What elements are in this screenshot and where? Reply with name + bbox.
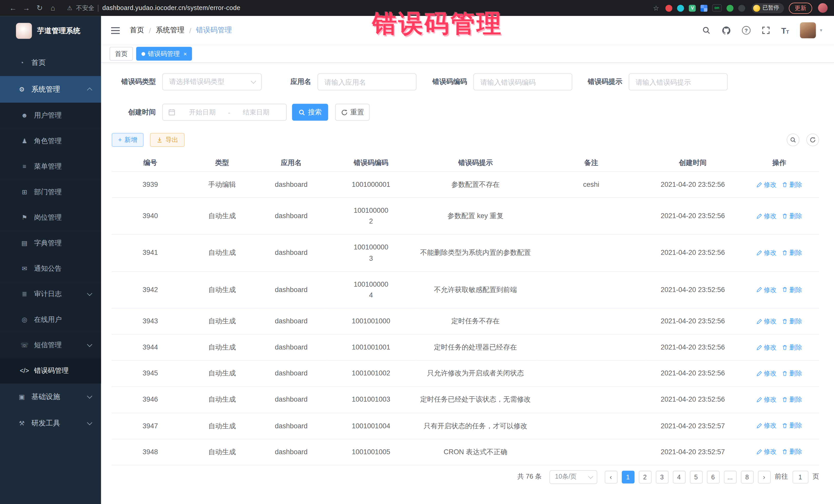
sidebar-item[interactable]: ▣ 基础设施 — [0, 384, 101, 410]
edit-link[interactable]: 修改 — [756, 285, 776, 295]
browser-forward-icon[interactable]: → — [20, 4, 33, 12]
edit-link[interactable]: 修改 — [756, 369, 776, 378]
app-logo[interactable]: 芋道管理系统 — [0, 16, 101, 45]
sidebar-item[interactable]: ⚑ 岗位管理 — [0, 205, 101, 230]
extension-icon-grid[interactable] — [701, 5, 707, 12]
browser-update-button[interactable]: 更新 — [789, 2, 812, 14]
table-column-header[interactable]: 编号 — [112, 154, 189, 172]
breadcrumb-item[interactable]: 首页 / — [130, 25, 156, 35]
sidebar-item[interactable]: ▤ 字典管理 — [0, 230, 101, 256]
delete-link[interactable]: 删除 — [782, 285, 802, 295]
edit-link[interactable]: 修改 — [756, 248, 776, 258]
tab[interactable]: 错误码管理 × — [136, 47, 193, 61]
delete-link[interactable]: 删除 — [782, 248, 802, 258]
table-column-header[interactable]: 操作 — [739, 154, 819, 172]
extension-icon-green[interactable] — [726, 5, 733, 12]
breadcrumb-item[interactable]: 错误码管理 / — [196, 25, 232, 35]
profile-paused-chip[interactable]: 已暂停 — [751, 3, 784, 13]
refresh-table-button[interactable] — [806, 133, 819, 146]
cell-type: 手动编辑 — [189, 172, 255, 198]
edit-link[interactable]: 修改 — [756, 447, 776, 457]
edit-link[interactable]: 修改 — [756, 180, 776, 190]
delete-link[interactable]: 删除 — [782, 180, 802, 190]
browser-avatar[interactable] — [818, 3, 828, 13]
extension-on-badge[interactable]: on — [712, 4, 722, 12]
github-icon[interactable] — [722, 26, 730, 35]
sidebar-item[interactable]: </> 错误码管理 — [0, 358, 101, 384]
table-column-header[interactable]: 错误码编码 — [327, 154, 415, 172]
reset-button[interactable]: 重置 — [335, 104, 370, 120]
font-size-icon[interactable]: TT — [781, 26, 789, 35]
page-size-select[interactable]: 10条/页 — [549, 470, 597, 484]
edit-link[interactable]: 修改 — [756, 343, 776, 353]
page-number-button[interactable]: 5 — [689, 470, 702, 483]
sidebar-item[interactable]: ✉ 通知公告 — [0, 256, 101, 281]
page-number-button[interactable]: 6 — [707, 470, 720, 483]
fullscreen-icon[interactable] — [762, 26, 770, 35]
delete-link[interactable]: 删除 — [782, 211, 802, 221]
delete-link[interactable]: 删除 — [782, 447, 802, 457]
sidebar-item[interactable]: ≡ 菜单管理 — [0, 154, 101, 179]
help-icon[interactable]: ? — [742, 26, 750, 35]
delete-link[interactable]: 删除 — [782, 343, 802, 353]
sidebar-item[interactable]: ☻ 用户管理 — [0, 103, 101, 128]
refresh-icon — [341, 109, 348, 116]
goto-page-input[interactable] — [792, 470, 808, 483]
sidebar-item[interactable]: ☏ 短信管理 — [0, 332, 101, 358]
table-column-header[interactable]: 备注 — [536, 154, 646, 172]
page-number-button[interactable]: 1 — [621, 470, 634, 483]
user-avatar[interactable] — [800, 22, 816, 38]
edit-link[interactable]: 修改 — [756, 395, 776, 405]
error-hint-input[interactable] — [629, 73, 728, 90]
breadcrumb-item[interactable]: 系统管理 / — [156, 25, 196, 35]
browser-reload-icon[interactable]: ↻ — [33, 4, 46, 12]
sidebar-item[interactable]: ⚒ 研发工具 — [0, 410, 101, 437]
sidebar-item[interactable]: ♟ 角色管理 — [0, 128, 101, 154]
sidebar-toggle-icon[interactable] — [111, 26, 120, 35]
table-column-header[interactable]: 类型 — [189, 154, 255, 172]
browser-home-icon[interactable]: ⌂ — [46, 4, 60, 12]
app-name-input[interactable] — [317, 73, 416, 90]
search-button[interactable]: 搜索 — [292, 104, 328, 120]
delete-link[interactable]: 删除 — [782, 316, 802, 326]
show-search-toggle-button[interactable] — [787, 133, 799, 146]
table-column-header[interactable]: 创建时间 — [646, 154, 739, 172]
page-number-button[interactable]: ... — [724, 470, 737, 483]
tab-close-icon[interactable]: × — [183, 50, 187, 57]
delete-link[interactable]: 删除 — [782, 395, 802, 405]
extension-icon-vue[interactable]: V — [689, 5, 696, 12]
date-range-picker[interactable]: 开始日期 - 结束日期 — [162, 104, 287, 120]
search-icon[interactable] — [702, 26, 710, 35]
extension-icon-red[interactable] — [666, 5, 673, 12]
edit-link[interactable]: 修改 — [756, 316, 776, 326]
avatar-caret-icon[interactable]: ▾ — [820, 28, 822, 33]
table-column-header[interactable]: 错误码提示 — [415, 154, 536, 172]
tab[interactable]: 首页 × — [110, 47, 133, 61]
sidebar-item[interactable]: ⚙ 系统管理 — [0, 76, 101, 103]
extension-icon-teal[interactable] — [677, 5, 684, 12]
edit-link[interactable]: 修改 — [756, 211, 776, 221]
cell-id: 3941 — [112, 235, 189, 272]
edit-link[interactable]: 修改 — [756, 421, 776, 431]
export-button[interactable]: 导出 — [150, 133, 185, 147]
delete-link[interactable]: 删除 — [782, 421, 802, 431]
bookmark-star-icon[interactable]: ☆ — [653, 4, 659, 12]
page-number-button[interactable]: 8 — [741, 470, 753, 483]
prev-page-button[interactable]: ‹ — [605, 470, 617, 483]
error-code-input[interactable] — [474, 73, 572, 90]
delete-link[interactable]: 删除 — [782, 369, 802, 378]
address-bar[interactable]: ⚠ 不安全 dashboard.yudao.iocoder.cn/system/… — [67, 4, 240, 12]
sidebar-item[interactable]: ⊞ 部门管理 — [0, 179, 101, 204]
page-number-button[interactable]: 4 — [673, 470, 685, 483]
error-type-select[interactable]: 请选择错误码类型 — [162, 73, 262, 90]
page-number-button[interactable]: 2 — [638, 470, 651, 483]
extension-icon-dark[interactable] — [738, 5, 745, 12]
browser-back-icon[interactable]: ← — [6, 4, 20, 12]
add-button[interactable]: + 新增 — [112, 133, 144, 147]
sidebar-item[interactable]: ≣ 审计日志 — [0, 281, 101, 307]
table-column-header[interactable]: 应用名 — [255, 154, 327, 172]
sidebar-item[interactable]: ◔ 首页 — [0, 49, 101, 76]
sidebar-item[interactable]: ◎ 在线用户 — [0, 307, 101, 332]
next-page-button[interactable]: › — [758, 470, 771, 483]
page-number-button[interactable]: 3 — [656, 470, 668, 483]
